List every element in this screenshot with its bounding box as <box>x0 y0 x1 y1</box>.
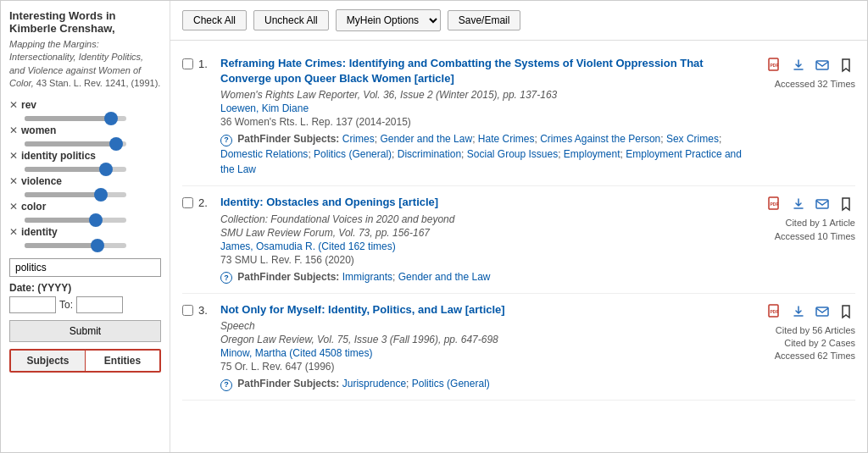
term-row-violence: ✕ violence <box>9 175 161 187</box>
svg-rect-5 <box>816 200 828 208</box>
svg-rect-2 <box>816 61 828 69</box>
remove-term-color[interactable]: ✕ <box>9 201 18 213</box>
result-checkbox-3[interactable] <box>182 305 193 316</box>
remove-term-violence[interactable]: ✕ <box>9 175 18 187</box>
remove-term-identity[interactable]: ✕ <box>9 226 18 238</box>
pathfinder-link-jurisprudence[interactable]: Jurisprudence <box>342 378 406 389</box>
result-item-1: 1. Reframing Hate Crimes: Identifying an… <box>182 47 855 186</box>
result-content-1: Reframing Hate Crimes: Identifying and C… <box>220 56 754 177</box>
result-checkbox-1[interactable] <box>182 58 193 69</box>
pathfinder-link-crimes-person[interactable]: Crimes Against the Person <box>540 133 660 145</box>
myhein-options-select[interactable]: MyHein Options <box>336 9 441 31</box>
term-label-violence: violence <box>21 175 72 187</box>
result-checkbox-2[interactable] <box>182 197 193 208</box>
accessed-text-1: Accessed 32 Times <box>775 78 855 91</box>
pathfinder-link-employment[interactable]: Employment <box>564 148 620 160</box>
pathfinder-icon-2: ? <box>220 272 232 284</box>
svg-text:PDF: PDF <box>771 202 779 207</box>
result-pathfinder-1: ? PathFinder Subjects: Crimes; Gender an… <box>220 131 754 177</box>
pathfinder-link-domestic[interactable]: Domestic Relations <box>220 148 308 160</box>
pathfinder-link-social-group[interactable]: Social Group Issues <box>467 148 558 160</box>
pathfinder-link-sex-crimes[interactable]: Sex Crimes <box>666 133 719 145</box>
save-email-button[interactable]: Save/Email <box>448 10 521 30</box>
download-icon-2[interactable] <box>789 195 808 213</box>
result-title-1[interactable]: Reframing Hate Crimes: Identifying and C… <box>220 56 754 86</box>
slider-track-identity-politics[interactable] <box>25 167 126 172</box>
toolbar: Check All Uncheck All MyHein Options Sav… <box>170 1 867 41</box>
term-label-color: color <box>21 201 72 213</box>
remove-term-identity-politics[interactable]: ✕ <box>9 150 18 162</box>
pathfinder-link-hate-crimes[interactable]: Hate Crimes <box>478 133 535 145</box>
bookmark-icon-2[interactable] <box>837 195 855 213</box>
result-author-3: Minow, Martha (Cited 4508 times) <box>220 347 754 359</box>
result-action-icons-1: PDF <box>765 56 855 75</box>
email-icon-3[interactable] <box>813 302 832 321</box>
pathfinder-link-gender-law[interactable]: Gender and the Law <box>380 133 472 145</box>
email-icon-1[interactable] <box>813 56 832 75</box>
slider-track-identity[interactable] <box>25 243 126 248</box>
date-from-input[interactable] <box>9 296 56 313</box>
term-label-identity-politics: identity politics <box>21 150 96 162</box>
slider-track-violence[interactable] <box>25 192 126 197</box>
svg-text:PDF: PDF <box>771 63 779 68</box>
accessed-text-3: Cited by 56 ArticlesCited by 2 CasesAcce… <box>775 324 855 363</box>
result-actions-1: PDF Accessed 32 Times <box>754 56 855 91</box>
term-label-women: women <box>21 124 72 136</box>
main-content: Check All Uncheck All MyHein Options Sav… <box>170 1 867 452</box>
result-citation-2: 73 SMU L. Rev. F. 156 (2020) <box>220 254 754 266</box>
result-action-icons-2: PDF <box>765 195 855 213</box>
check-all-button[interactable]: Check All <box>182 10 247 30</box>
bookmark-icon-1[interactable] <box>837 56 855 75</box>
tab-subjects[interactable]: Subjects <box>11 351 86 371</box>
result-meta-2a: Collection: Foundational Voices in 2020 … <box>220 213 754 225</box>
pathfinder-link-gender-law-2[interactable]: Gender and the Law <box>398 271 491 283</box>
download-icon-3[interactable] <box>789 302 808 321</box>
pathfinder-label-3: PathFinder Subjects: <box>237 378 339 389</box>
sidebar: Interesting Words in Kimberle Crenshaw, … <box>1 1 170 452</box>
slider-track-women[interactable] <box>25 141 126 146</box>
slider-track-rev[interactable] <box>25 116 126 121</box>
keyword-search-input[interactable] <box>9 258 161 277</box>
term-row-women: ✕ women <box>9 124 161 136</box>
email-icon-2[interactable] <box>813 195 832 213</box>
term-row-rev: ✕ rev <box>9 99 161 111</box>
pdf-icon-2[interactable]: PDF <box>765 195 784 213</box>
pathfinder-link-politics-general[interactable]: Politics (General) <box>314 148 392 160</box>
remove-term-rev[interactable]: ✕ <box>9 99 18 111</box>
pdf-icon-1[interactable]: PDF <box>765 56 784 75</box>
accessed-text-2: Cited by 1 ArticleAccessed 10 Times <box>775 217 855 243</box>
slider-track-color[interactable] <box>25 218 126 223</box>
slider-identity <box>25 243 161 248</box>
result-title-2[interactable]: Identity: Obstacles and Openings [articl… <box>220 195 754 210</box>
uncheck-all-button[interactable]: Uncheck All <box>253 10 329 30</box>
result-meta-3b: Oregon Law Review, Vol. 75, Issue 3 (Fal… <box>220 334 754 345</box>
result-citation-3: 75 Or. L. Rev. 647 (1996) <box>220 361 754 373</box>
date-to-label: To: <box>59 299 73 311</box>
bookmark-icon-3[interactable] <box>837 302 855 321</box>
pathfinder-link-politics-general-3[interactable]: Politics (General) <box>412 378 490 389</box>
result-citation-1: 36 Women's Rts. L. Rep. 137 (2014-2015) <box>220 116 754 128</box>
slider-color <box>25 218 161 223</box>
citation-rest: 43 Stan. L. Rev. 1241, (1991). <box>36 78 161 88</box>
result-pathfinder-2: ? PathFinder Subjects: Immigrants; Gende… <box>220 269 754 285</box>
slider-rev <box>25 116 161 121</box>
pathfinder-icon-1: ? <box>220 135 232 146</box>
svg-text:PDF: PDF <box>771 309 779 314</box>
result-title-3[interactable]: Not Only for Myself: Identity, Politics,… <box>220 302 754 318</box>
result-action-icons-3: PDF <box>765 302 855 321</box>
pathfinder-link-discrimination[interactable]: Discrimination <box>398 148 461 160</box>
result-author-1: Loewen, Kim Diane <box>220 102 754 114</box>
pathfinder-icon-3: ? <box>220 379 232 391</box>
date-to-input[interactable] <box>76 296 123 313</box>
result-meta-3a: Speech <box>220 320 754 332</box>
pdf-icon-3[interactable]: PDF <box>765 302 784 321</box>
term-row-identity: ✕ identity <box>9 226 161 238</box>
term-row-color: ✕ color <box>9 201 161 213</box>
remove-term-women[interactable]: ✕ <box>9 124 18 136</box>
tab-entities[interactable]: Entities <box>86 351 159 371</box>
pathfinder-link-crimes[interactable]: Crimes <box>342 133 375 145</box>
result-item-3: 3. Not Only for Myself: Identity, Politi… <box>182 294 855 401</box>
pathfinder-link-immigrants[interactable]: Immigrants <box>342 271 392 283</box>
download-icon-1[interactable] <box>789 56 808 75</box>
submit-button[interactable]: Submit <box>9 320 161 342</box>
